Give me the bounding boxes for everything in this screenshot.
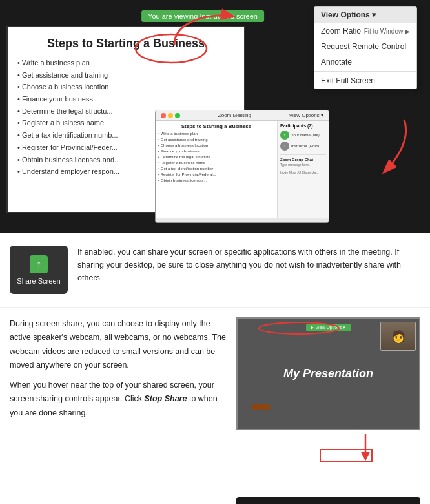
curved-arrow-bottom	[333, 113, 417, 184]
list-item: Finance your business	[17, 93, 234, 105]
minimize-dot	[168, 113, 173, 118]
zoom-content: Steps to Starting a Business • Write a b…	[156, 121, 329, 218]
participants-title: Participants (2)	[280, 123, 326, 128]
window-title: Zoom Meeting	[218, 112, 251, 118]
bottom-right-preview: ▶ View Options ▾ My Presentation 🧑	[236, 317, 420, 504]
chat-area: Zoom Group Chat Type message here...	[280, 154, 326, 167]
participant-avatar: I	[280, 142, 289, 151]
participant-row: Y Your Name (Me)	[280, 131, 326, 140]
annotate-item[interactable]: Annotate	[314, 54, 416, 70]
zoom-sidebar: Participants (2) Y Your Name (Me) I Inst…	[277, 121, 329, 218]
middle-section: ↑ Share Screen If enabled, you can share…	[0, 233, 430, 308]
share-screen-description: If enabled, you can share your screen or…	[77, 246, 420, 284]
zoom-buttons: InviteMute AllShare Mo...	[280, 171, 326, 174]
list-item: Choose a business location	[17, 81, 234, 93]
curved-arrow-top	[97, 0, 245, 71]
zoom-main-area: Steps to Starting a Business • Write a b…	[156, 121, 277, 218]
screen-share-desc2: When you hover near the top of your shar…	[10, 379, 227, 420]
maximize-dot	[175, 113, 180, 118]
window-controls	[161, 113, 180, 118]
close-dot	[161, 113, 166, 118]
top-section: You are viewing Instructor's screen View…	[0, 0, 430, 233]
bottom-left-text: During screen share, you can choose to d…	[10, 317, 227, 504]
participant-row: I Instructor (Host)	[280, 142, 326, 151]
stop-share-italic: Stop Share	[144, 394, 187, 403]
view-options-menu: View Options ▾ Zoom Ratio Fit to Window …	[314, 6, 417, 89]
screen-share-preview: ▶ View Options ▾ My Presentation 🧑	[236, 317, 420, 430]
svg-rect-2	[320, 450, 372, 461]
share-screen-icon: ↑	[30, 255, 48, 273]
participant-avatar: Y	[280, 131, 289, 140]
svg-point-0	[136, 34, 207, 63]
zoom-window-screenshot: Zoom Meeting View Options ▾ Steps to Sta…	[155, 110, 329, 223]
menu-divider	[314, 71, 416, 72]
slide-arrow	[251, 404, 270, 410]
exit-fullscreen-item[interactable]: Exit Full Screen	[314, 73, 416, 89]
request-remote-item[interactable]: Request Remote Control	[314, 39, 416, 54]
view-options-header[interactable]: View Options ▾	[314, 7, 416, 23]
screen-share-desc1: During screen share, you can choose to d…	[10, 317, 227, 372]
share-screen-label: Share Screen	[17, 277, 60, 285]
zoom-main-title: Steps to Starting a Business	[158, 123, 274, 129]
view-options-title: View Options ▾	[321, 10, 376, 19]
webcam-thumbnail: 🧑	[380, 322, 416, 351]
share-screen-button[interactable]: ↑ Share Screen	[10, 246, 68, 294]
arrow-to-toolbar	[236, 430, 420, 463]
webcam-person: 🧑	[381, 322, 415, 350]
zoom-main-list: • Write a business plan • Get assistance…	[158, 131, 274, 184]
bottom-section: During screen share, you can choose to d…	[0, 308, 430, 504]
svg-point-1	[259, 322, 339, 334]
oval-highlight	[257, 321, 341, 335]
zoom-ratio-item[interactable]: Zoom Ratio Fit to Window ▶	[314, 23, 416, 39]
zoom-toolbar: 🎤 Unmute 📹 Start Video 👥 Participants 🖥 …	[236, 497, 420, 504]
zoom-titlebar: Zoom Meeting View Options ▾	[156, 110, 329, 121]
